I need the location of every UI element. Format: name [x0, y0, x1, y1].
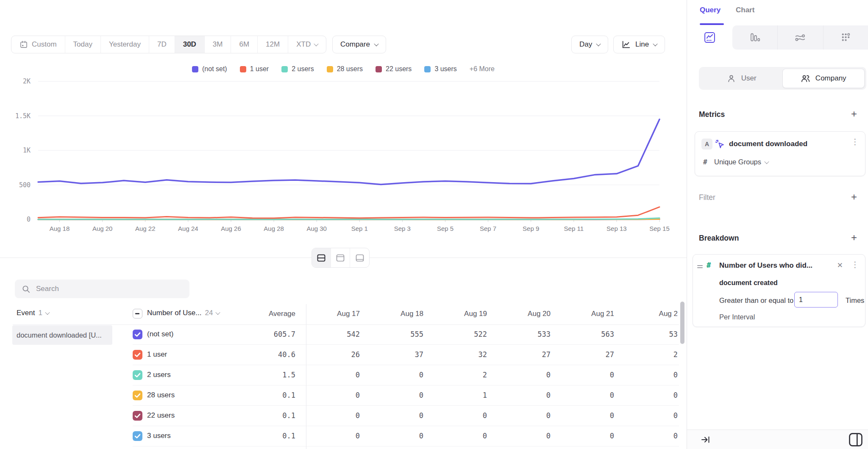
add-filter-button[interactable]: + — [849, 191, 860, 202]
row-checkbox[interactable] — [133, 330, 142, 339]
svg-text:1K: 1K — [23, 147, 31, 154]
breakdown-title[interactable]: Number of Users who did... — [719, 261, 812, 270]
search-input[interactable] — [36, 285, 183, 293]
svg-text:Aug 24: Aug 24 — [178, 225, 198, 232]
compare-button[interactable]: Compare — [332, 36, 386, 53]
toggle-company[interactable]: Company — [782, 69, 865, 88]
interval-dropdown[interactable]: Day — [571, 36, 608, 53]
event-column-count: 1 — [38, 309, 42, 317]
date-range-today[interactable]: Today — [65, 36, 101, 53]
chevron-down-icon — [764, 159, 769, 164]
legend-item[interactable]: 2 users — [281, 65, 314, 73]
date-range-custom[interactable]: Custom — [11, 36, 65, 53]
breakdown-event-name[interactable]: document created — [719, 279, 778, 287]
condition-value-input[interactable] — [794, 292, 838, 308]
per-interval-label[interactable]: Per Interval — [719, 313, 755, 321]
date-range-30d[interactable]: 30D — [175, 36, 205, 53]
row-checkbox[interactable] — [133, 370, 142, 380]
table-row[interactable]: 28 users0.1001000 — [0, 385, 687, 406]
measure-dropdown[interactable]: Unique Groups — [714, 158, 768, 166]
row-average: 0.1 — [232, 411, 295, 420]
toggle-user[interactable]: User — [701, 69, 782, 88]
group-column-header[interactable]: Number of Use... 24 — [147, 309, 220, 317]
row-value: 0 — [423, 411, 487, 420]
table-scrollbar[interactable] — [680, 302, 684, 344]
tab-chart[interactable]: Chart — [736, 6, 754, 14]
search-icon — [22, 285, 31, 294]
legend-item[interactable]: 1 user — [240, 65, 269, 73]
metric-event-name[interactable]: document downloaded — [729, 140, 807, 148]
chart-type-flow-button[interactable] — [777, 25, 823, 50]
row-checkbox[interactable] — [133, 391, 142, 400]
metric-kebab-icon[interactable]: ⋮ — [851, 138, 859, 146]
date-column-header[interactable]: Aug 21 — [551, 310, 614, 318]
metrics-heading: Metrics — [699, 110, 725, 119]
svg-text:Sep 15: Sep 15 — [649, 225, 670, 232]
average-column-header[interactable]: Average — [232, 310, 295, 318]
chart-workspace: CustomTodayYesterday7D30D3M6M12MXTD Comp… — [0, 0, 687, 449]
chart-type-bar-button[interactable] — [732, 25, 778, 50]
frozen-column-divider — [306, 304, 306, 449]
date-range-6m[interactable]: 6M — [231, 36, 258, 53]
add-metric-button[interactable]: + — [849, 108, 860, 119]
row-checkbox[interactable] — [133, 411, 142, 421]
row-value: 0 — [614, 391, 678, 399]
split-panel-icon[interactable] — [847, 431, 864, 449]
legend-swatch — [376, 66, 382, 72]
table-row[interactable]: 2 users1.5002000 — [0, 365, 687, 385]
date-column-header[interactable]: Aug 19 — [423, 310, 487, 318]
add-breakdown-button[interactable]: + — [849, 232, 860, 243]
row-average: 1.5 — [232, 371, 295, 379]
layout-split-view-button[interactable] — [312, 248, 331, 267]
table-row[interactable]: 22 users0.1000000 — [0, 406, 687, 426]
row-value: 0 — [614, 371, 678, 379]
row-average: 0.1 — [232, 391, 295, 399]
svg-text:Aug 20: Aug 20 — [92, 225, 113, 232]
row-value: 0 — [614, 411, 678, 420]
row-checkbox[interactable] — [133, 350, 142, 360]
legend-item[interactable]: 28 users — [327, 65, 363, 73]
date-range-3m[interactable]: 3M — [205, 36, 231, 53]
legend-swatch — [327, 66, 333, 72]
legend-item[interactable]: 3 users — [424, 65, 456, 73]
date-range-xtd[interactable]: XTD — [288, 36, 326, 53]
breakdown-kebab-icon[interactable]: ⋮ — [851, 261, 859, 269]
measure-label: Unique Groups — [714, 158, 761, 166]
close-icon[interactable]: ✕ — [837, 261, 843, 270]
table-row[interactable]: 1 user40.626373227272 — [0, 345, 687, 365]
row-value: 27 — [551, 350, 614, 359]
row-value: 53 — [614, 330, 678, 338]
legend-item[interactable]: (not set) — [192, 65, 227, 73]
date-range-label: Today — [73, 40, 92, 49]
date-column-header[interactable]: Aug 2 — [614, 310, 678, 318]
table-row[interactable]: 3 users0.1000000 — [0, 426, 687, 446]
metric-card[interactable]: A document downloaded ⋮ # Unique Groups — [695, 131, 865, 176]
legend-label: 22 users — [386, 65, 412, 73]
row-value: 2 — [423, 371, 487, 379]
date-column-header[interactable]: Aug 18 — [360, 310, 423, 318]
condition-label: Greater than or equal to — [719, 297, 793, 305]
line-chart[interactable]: 05001K1.5K2KAug 18Aug 20Aug 22Aug 24Aug … — [0, 75, 687, 237]
legend-item[interactable]: 22 users — [376, 65, 412, 73]
breakdown-card[interactable]: # Number of Users who did... ✕ ⋮ documen… — [693, 254, 865, 327]
svg-text:2K: 2K — [23, 78, 31, 85]
date-range-7d[interactable]: 7D — [149, 36, 175, 53]
event-column-label: Event — [17, 309, 35, 317]
legend-more[interactable]: +6 More — [470, 65, 495, 73]
chart-type-grid-button[interactable] — [823, 25, 868, 50]
date-range-yesterday[interactable]: Yesterday — [101, 36, 149, 53]
chart-type-dropdown[interactable]: Line — [613, 36, 665, 53]
event-column-header[interactable]: Event 1 — [17, 309, 49, 317]
collapse-panel-icon[interactable] — [701, 435, 711, 446]
table-row[interactable]: (not set)605.754255552253356353 — [0, 324, 687, 345]
date-range-12m[interactable]: 12M — [258, 36, 288, 53]
layout-chart-only-button[interactable] — [331, 248, 350, 267]
date-column-header[interactable]: Aug 20 — [487, 310, 551, 318]
chevron-down-icon — [45, 310, 50, 315]
tab-query[interactable]: Query — [700, 6, 721, 14]
select-all-checkbox[interactable] — [133, 309, 142, 319]
chart-type-line-button[interactable] — [687, 25, 732, 50]
drag-handle-icon[interactable] — [697, 264, 703, 269]
row-checkbox[interactable] — [133, 431, 142, 441]
layout-table-only-button[interactable] — [350, 248, 369, 267]
